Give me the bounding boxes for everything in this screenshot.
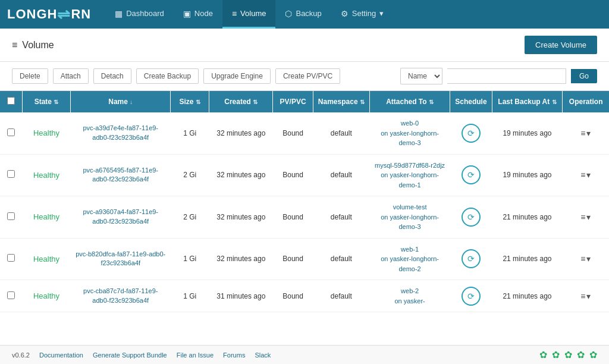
- create-backup-button[interactable]: Create Backup: [136, 68, 199, 84]
- nav-node[interactable]: ▣ Node: [174, 0, 222, 29]
- schedule-icon-2[interactable]: ⟳: [462, 208, 481, 227]
- attached-link-0[interactable]: web-0on yasker-longhorn-demo-3: [381, 120, 439, 146]
- cell-size-1: 2 Gi: [171, 154, 209, 196]
- setting-icon: ⚙: [341, 9, 349, 18]
- cell-name-4: pvc-cba87c7d-fa87-11e9-adb0-f23c923b6a4f: [71, 280, 171, 312]
- footer-support-bundle[interactable]: Generate Support Bundle: [93, 352, 167, 359]
- schedule-icon-4[interactable]: ⟳: [462, 287, 481, 306]
- state-value-4: Healthy: [33, 291, 59, 300]
- created-sort-icon: ⇅: [253, 99, 258, 105]
- nav-dashboard[interactable]: ▦ Dashboard: [105, 0, 174, 29]
- select-all-header: [0, 91, 22, 112]
- page-header: ≡ Volume Create Volume: [0, 29, 609, 62]
- cell-name-2: pvc-a93607a4-fa87-11e9-adb0-f23c923b6a4f: [71, 196, 171, 239]
- create-pvpvc-button[interactable]: Create PV/PVC: [275, 68, 340, 84]
- col-namespace[interactable]: Namespace ⇅: [313, 91, 369, 112]
- cell-schedule-4: ⟳: [450, 280, 492, 312]
- volume-name-link-2[interactable]: pvc-a93607a4-fa87-11e9-adb0-f23c923b6a4f: [83, 208, 158, 224]
- cell-pvpvc-0: Bound: [273, 112, 313, 154]
- schedule-icon-3[interactable]: ⟳: [462, 249, 481, 268]
- detach-button[interactable]: Detach: [93, 68, 131, 84]
- cell-backup-2: 21 minutes ago: [492, 196, 563, 239]
- attached-link-2[interactable]: volume-teston yasker-longhorn-demo-3: [381, 203, 439, 230]
- row-checkbox-3[interactable]: [7, 254, 15, 262]
- footer-forums[interactable]: Forums: [223, 352, 245, 359]
- delete-button[interactable]: Delete: [12, 68, 48, 84]
- attach-button[interactable]: Attach: [53, 68, 89, 84]
- search-input[interactable]: [447, 68, 566, 84]
- create-volume-button[interactable]: Create Volume: [525, 36, 597, 54]
- navbar: LONGH⇌RN ▦ Dashboard ▣ Node ≡ Volume ⬡ B…: [0, 0, 609, 29]
- table-row: Healthy pvc-cba87c7d-fa87-11e9-adb0-f23c…: [0, 280, 609, 312]
- social-icon-4[interactable]: ✿: [577, 349, 585, 360]
- nav-volume[interactable]: ≡ Volume: [222, 0, 276, 29]
- backup-sort-icon: ⇅: [552, 99, 557, 105]
- cell-name-3: pvc-b820dfca-fa87-11e9-adb0-f23c923b6a4f: [71, 238, 171, 280]
- cell-operation-0: ≡ ▾: [563, 112, 609, 154]
- cell-created-3: 32 minutes ago: [209, 238, 273, 280]
- cell-state-3: Healthy: [22, 238, 71, 280]
- table-row: Healthy pvc-a39d7e4e-fa87-11e9-adb0-f23c…: [0, 112, 609, 154]
- col-state[interactable]: State ⇅: [22, 91, 71, 112]
- operation-menu-1[interactable]: ≡ ▾: [567, 170, 604, 180]
- footer-slack[interactable]: Slack: [255, 352, 271, 359]
- upgrade-engine-button[interactable]: Upgrade Engine: [203, 68, 271, 84]
- volume-name-link-3[interactable]: pvc-b820dfca-fa87-11e9-adb0-f23c923b6a4f: [76, 250, 165, 266]
- nav-backup[interactable]: ⬡ Backup: [275, 0, 331, 29]
- name-sort-icon: ↓: [130, 99, 133, 105]
- row-checkbox-4[interactable]: [7, 291, 15, 299]
- social-icon-5[interactable]: ✿: [589, 349, 597, 360]
- table-container: State ⇅ Name ↓ Size ⇅ Created ⇅ PV/PVC N…: [0, 91, 609, 345]
- footer-documentation[interactable]: Documentation: [39, 352, 83, 359]
- social-icon-1[interactable]: ✿: [539, 349, 547, 360]
- cell-pvpvc-1: Bound: [273, 154, 313, 196]
- cell-backup-0: 19 minutes ago: [492, 112, 563, 154]
- nav-setting[interactable]: ⚙ Setting ▾: [331, 0, 393, 29]
- cell-pvpvc-2: Bound: [273, 196, 313, 239]
- operation-menu-2[interactable]: ≡ ▾: [567, 212, 604, 222]
- row-checkbox-cell: [0, 112, 22, 154]
- footer-social-icons: ✿ ✿ ✿ ✿ ✿: [539, 349, 597, 360]
- table-row: Healthy pvc-a6765495-fa87-11e9-adb0-f23c…: [0, 154, 609, 196]
- table-row: Healthy pvc-b820dfca-fa87-11e9-adb0-f23c…: [0, 238, 609, 280]
- schedule-icon-0[interactable]: ⟳: [462, 124, 481, 143]
- row-checkbox-2[interactable]: [7, 212, 15, 220]
- col-size[interactable]: Size ⇅: [171, 91, 209, 112]
- volume-name-link-4[interactable]: pvc-cba87c7d-fa87-11e9-adb0-f23c923b6a4f: [83, 287, 158, 303]
- volume-name-link-0[interactable]: pvc-a39d7e4e-fa87-11e9-adb0-f23c923b6a4f: [83, 124, 158, 140]
- row-checkbox-0[interactable]: [7, 128, 15, 136]
- cell-schedule-1: ⟳: [450, 154, 492, 196]
- cell-pvpvc-4: Bound: [273, 280, 313, 312]
- col-schedule: Schedule: [450, 91, 492, 112]
- cell-state-0: Healthy: [22, 112, 71, 154]
- operation-menu-4[interactable]: ≡ ▾: [567, 291, 604, 301]
- namespace-sort-icon: ⇅: [360, 99, 365, 105]
- search-filter-select[interactable]: Name: [400, 68, 442, 84]
- volume-name-link-1[interactable]: pvc-a6765495-fa87-11e9-adb0-f23c923b6a4f: [83, 167, 158, 183]
- select-all-checkbox[interactable]: [7, 97, 15, 105]
- schedule-icon-1[interactable]: ⟳: [462, 165, 481, 184]
- cell-size-4: 1 Gi: [171, 280, 209, 312]
- cell-state-4: Healthy: [22, 280, 71, 312]
- col-backup[interactable]: Last Backup At ⇅: [492, 91, 563, 112]
- footer-file-issue[interactable]: File an Issue: [177, 352, 214, 359]
- attached-link-1[interactable]: mysql-59d877df68-r2djzon yasker-longhorn…: [375, 162, 445, 189]
- operation-menu-3[interactable]: ≡ ▾: [567, 254, 604, 263]
- col-attached[interactable]: Attached To ⇅: [369, 91, 450, 112]
- social-icon-3[interactable]: ✿: [564, 349, 572, 360]
- cell-backup-1: 19 minutes ago: [492, 154, 563, 196]
- cell-state-1: Healthy: [22, 154, 71, 196]
- go-button[interactable]: Go: [571, 69, 597, 83]
- cell-created-0: 32 minutes ago: [209, 112, 273, 154]
- operation-menu-0[interactable]: ≡ ▾: [567, 128, 604, 138]
- size-sort-icon: ⇅: [196, 99, 200, 105]
- col-created[interactable]: Created ⇅: [209, 91, 273, 112]
- cell-attached-0: web-0on yasker-longhorn-demo-3: [369, 112, 450, 154]
- row-checkbox-cell: [0, 238, 22, 280]
- cell-namespace-4: default: [313, 280, 369, 312]
- attached-link-4[interactable]: web-2on yasker-: [394, 287, 425, 305]
- col-name[interactable]: Name ↓: [71, 91, 171, 112]
- social-icon-2[interactable]: ✿: [552, 349, 560, 360]
- attached-link-3[interactable]: web-1on yasker-longhorn-demo-2: [381, 246, 439, 272]
- row-checkbox-1[interactable]: [7, 170, 15, 178]
